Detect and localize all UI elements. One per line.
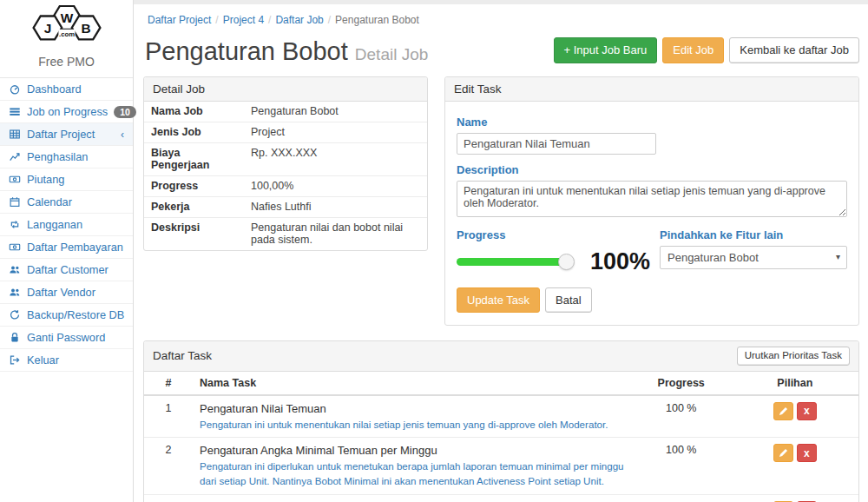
breadcrumb-link-daftar-project[interactable]: Daftar Project xyxy=(148,14,211,26)
svg-text:W: W xyxy=(60,10,73,25)
page-subtitle: Detail Job xyxy=(355,45,429,63)
sidebar-item-langganan[interactable]: Langganan xyxy=(0,214,133,236)
sidebar-item-label: Dashboard xyxy=(27,83,126,96)
svg-text:.com: .com xyxy=(59,30,75,38)
sidebar-item-calendar[interactable]: Calendar xyxy=(0,191,133,214)
breadcrumb-current: Pengaturan Bobot xyxy=(335,14,419,26)
task-progress: 100 % xyxy=(631,395,732,438)
sidebar-item-daftar-vendor[interactable]: Daftar Vendor xyxy=(0,281,133,304)
sidebar-item-piutang[interactable]: Piutang xyxy=(0,168,133,191)
table-row: Biaya PengerjaanRp. XXX.XXX xyxy=(144,142,427,175)
task-progress: 100 % xyxy=(631,438,732,495)
task-name-input[interactable] xyxy=(457,133,656,155)
sign-out-icon xyxy=(8,354,21,366)
update-task-button[interactable]: Update Task xyxy=(457,287,540,314)
sidebar-item-label: Daftar Customer xyxy=(27,263,126,276)
task-no: 1 xyxy=(144,395,193,438)
sidebar-item-keluar[interactable]: Keluar xyxy=(0,349,133,372)
sidebar-item-label: Daftar Vendor xyxy=(27,286,126,299)
task-description-textarea[interactable]: Pengaturan ini untuk menentukan nilai se… xyxy=(457,181,847,217)
urutkan-prioritas-task-button-top[interactable]: Urutkan Prioritas Task xyxy=(737,347,850,366)
money-icon xyxy=(8,174,21,185)
chevron-left-icon: ‹ xyxy=(121,129,126,141)
batal-button[interactable]: Batal xyxy=(545,287,592,314)
list-icon xyxy=(8,106,21,117)
breadcrumb-link-daftar-job[interactable]: Daftar Job xyxy=(275,14,323,26)
delete-task-button[interactable]: x xyxy=(797,402,817,420)
sidebar-item-label: Piutang xyxy=(27,173,126,186)
money-icon xyxy=(8,241,21,253)
detail-job-panel: Detail Job Nama JobPengaturan Bobot Jeni… xyxy=(143,76,428,251)
calendar-icon xyxy=(8,196,21,208)
progress-slider-handle[interactable] xyxy=(558,254,575,270)
sidebar-item-label: Penghasilan xyxy=(27,150,126,163)
lock-icon xyxy=(8,332,21,343)
sidebar-item-daftar-customer[interactable]: Daftar Customer xyxy=(0,259,133,281)
sidebar-item-job-on-progress[interactable]: Job on Progress 10 xyxy=(0,101,133,123)
page-title: Pengaturan BobotDetail Job xyxy=(143,38,428,66)
sidebar-item-label: Backup/Restore DB xyxy=(27,308,126,321)
edit-task-button[interactable] xyxy=(773,444,793,462)
progress-slider[interactable] xyxy=(457,258,571,266)
table-row: PekerjaNafies Luthfi xyxy=(144,196,427,217)
sidebar-item-penghasilan[interactable]: Penghasilan xyxy=(0,146,133,168)
pencil-icon xyxy=(779,448,788,458)
daftar-task-panel-title: Daftar Task xyxy=(153,349,212,362)
task-table: # Nama Task Progress Pilihan 1 Pengatura… xyxy=(144,372,858,502)
description-label: Description xyxy=(457,163,847,176)
task-row: 2 Pengaturan Angka Minimal Temuan per Mi… xyxy=(144,438,858,495)
col-header-name: Nama Task xyxy=(193,372,631,395)
detail-job-table: Nama JobPengaturan Bobot Jenis JobProjec… xyxy=(144,102,427,250)
sidebar-item-ganti-password[interactable]: Ganti Password xyxy=(0,327,133,349)
table-row: Progress100,00% xyxy=(144,175,427,196)
users-icon xyxy=(8,287,21,298)
jwb-logo-icon: W J B .com xyxy=(23,5,110,47)
dashboard-icon xyxy=(8,83,21,95)
name-label: Name xyxy=(457,116,847,129)
delete-task-button[interactable]: x xyxy=(797,444,817,462)
sidebar: W J B .com Free PMO Dashboard Job on Pro… xyxy=(0,0,134,502)
task-name: Pengaturan Angka Minimal Temuan per Ming… xyxy=(200,444,624,457)
detail-job-panel-title: Detail Job xyxy=(144,77,427,102)
task-progress: 100 % xyxy=(631,495,732,502)
sidebar-item-label: Langganan xyxy=(27,218,126,231)
edit-task-panel: Edit Task Name Description Pengaturan in… xyxy=(444,76,859,327)
task-row: 3 Pengaturan Bobot Activeness Point vs E… xyxy=(144,495,858,502)
jwb-logo: W J B .com xyxy=(0,0,133,53)
sidebar-item-backup-restore[interactable]: Backup/Restore DB xyxy=(0,304,133,327)
chart-line-icon xyxy=(8,151,21,162)
task-no: 3 xyxy=(144,495,193,502)
users-icon xyxy=(8,264,21,275)
task-description: Pengaturan ini diperlukan untuk menetuka… xyxy=(200,459,624,489)
sidebar-item-daftar-project[interactable]: Daftar Project ‹ xyxy=(0,123,133,146)
edit-job-button[interactable]: Edit Job xyxy=(662,37,724,63)
kembali-ke-daftar-job-button[interactable]: Kembali ke daftar Job xyxy=(729,37,859,63)
input-job-baru-button[interactable]: + Input Job Baru xyxy=(554,37,658,63)
sidebar-item-label: Daftar Pembayaran xyxy=(27,241,126,254)
sidebar-item-daftar-pembayaran[interactable]: Daftar Pembayaran xyxy=(0,236,133,259)
task-row: 1 Pengaturan Nilai Temuan Pengaturan ini… xyxy=(144,395,858,438)
col-header-no: # xyxy=(144,372,193,395)
sidebar-item-label: Calendar xyxy=(27,195,126,208)
table-row: Jenis JobProject xyxy=(144,122,427,142)
move-feature-label: Pindahkan ke Fitur lain xyxy=(660,228,847,241)
daftar-task-panel: Daftar Task Urutkan Prioritas Task # Nam… xyxy=(143,340,859,502)
table-icon xyxy=(8,129,21,140)
feature-select[interactable]: Pengaturan Bobot ▾ xyxy=(660,246,847,269)
col-header-options: Pilihan xyxy=(732,372,858,395)
progress-label: Progress xyxy=(457,228,660,241)
app-window: W J B .com Free PMO Dashboard Job on Pro… xyxy=(0,0,868,502)
brand-name: Free PMO xyxy=(0,53,133,78)
breadcrumb-link-project-4[interactable]: Project 4 xyxy=(223,14,264,26)
svg-text:J: J xyxy=(43,21,51,36)
sidebar-item-label: Job on Progress xyxy=(27,105,108,118)
retweet-icon xyxy=(8,219,21,230)
table-row: Nama JobPengaturan Bobot xyxy=(144,102,427,122)
svg-text:B: B xyxy=(81,21,90,36)
edit-task-button[interactable] xyxy=(773,402,793,420)
sidebar-item-dashboard[interactable]: Dashboard xyxy=(0,78,133,101)
progress-value: 100% xyxy=(590,250,650,274)
sidebar-item-label: Ganti Password xyxy=(27,331,126,344)
caret-down-icon: ▾ xyxy=(836,252,840,261)
refresh-icon xyxy=(8,309,21,320)
